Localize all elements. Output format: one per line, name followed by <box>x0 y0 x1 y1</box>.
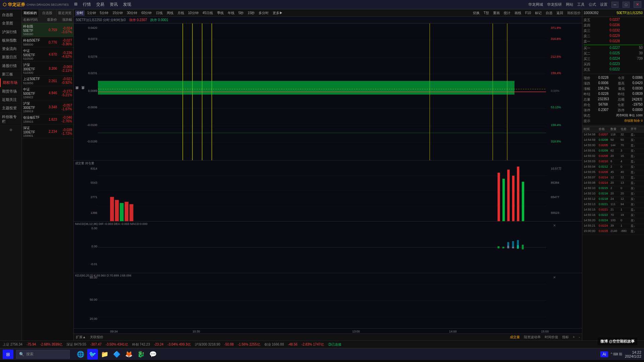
price-chart-svg: 0.0420 0.0373 0.0278 0.0231 0.0089 -0.00… <box>74 23 582 160</box>
tf-year[interactable]: 年线 <box>226 10 236 16</box>
tf-multifs[interactable]: 多分时 <box>257 10 270 16</box>
ind-minus[interactable]: - <box>579 335 580 339</box>
sidebar-item-custom[interactable]: 自选股 <box>0 11 21 19</box>
window-maximize[interactable]: □ <box>623 2 630 8</box>
tool-back[interactable]: 返回 <box>555 10 565 16</box>
tf-day[interactable]: 日线 <box>155 10 164 16</box>
menu-item-discover[interactable]: 发现 <box>123 2 131 7</box>
tool-custom[interactable]: 自选 <box>544 10 554 16</box>
link-hualongresearch[interactable]: 华龙投研 <box>547 2 562 7</box>
sidebar-item-recent[interactable]: 近期关注 <box>0 96 21 104</box>
sidebar-item-star[interactable]: 科创板专栏 <box>0 113 21 126</box>
taskbar-app-bird[interactable]: 🐦 <box>87 349 98 360</box>
tf-30m[interactable]: 30分钟 <box>125 10 139 16</box>
window-minimize[interactable]: ─ <box>611 2 619 8</box>
tf-60m[interactable]: 60分钟 <box>140 10 153 16</box>
list-item[interactable]: 科创50ETF588000 0.776 -0.027-3.36% <box>22 37 73 48</box>
trade-row: 14:55:20 0.0224 100 0 买↑ <box>582 218 644 224</box>
ind-add[interactable]: 指标 <box>562 335 569 340</box>
taskbar-app-folder[interactable]: 📁 <box>99 349 110 360</box>
taskbar-time: 14:22 <box>625 350 641 354</box>
tool-draw[interactable]: 画线 <box>513 10 523 16</box>
tf-45d[interactable]: 45日线 <box>201 10 214 16</box>
list-item[interactable]: 深证100ETF159901 2.234 -0.039-1.72% <box>22 125 73 139</box>
tf-15m[interactable]: 15分钟 <box>111 10 124 16</box>
taskbar-search[interactable]: 🔍 搜索 <box>16 350 70 359</box>
menu-item-market[interactable]: 行情 <box>83 2 91 7</box>
tab-custom-stocks[interactable]: 自选股 <box>39 9 56 17</box>
list-item[interactable]: 中证500ETF159922 4.946 -0.272-5.21% <box>22 86 73 100</box>
sidebar-item-hushen[interactable]: 沪深行情 <box>0 28 21 36</box>
status-sz-pct: -2.68% 3599亿 <box>40 342 62 347</box>
list-item[interactable]: 上证50ETF510050 2.261 -0.021-0.92% <box>22 76 73 86</box>
tool-stats[interactable]: 统计 <box>502 10 512 16</box>
sidebar-item-theme[interactable]: 主题投资 <box>0 104 21 112</box>
ind-plus[interactable]: + <box>573 335 575 339</box>
taskbar-ai[interactable]: Ai <box>600 351 608 357</box>
tf-month[interactable]: 月线 <box>176 10 185 16</box>
tool-f10[interactable]: F10 <box>524 11 532 15</box>
taskbar-app-edge[interactable]: 🔷 <box>111 349 122 360</box>
sidebar-item-hkstock[interactable]: 港股行情 <box>0 62 21 70</box>
tf-5s[interactable]: 5秒 <box>237 10 245 16</box>
sidebar-item-panorama[interactable]: 全景图 <box>0 19 21 27</box>
link-settings[interactable]: 设置 <box>600 2 607 7</box>
tf-fens[interactable]: 分时 <box>75 10 85 16</box>
list-item[interactable]: 创业板ETF159915 1.623 -0.046-2.76% <box>22 114 73 125</box>
trades-header: 时间 价格 数量 仓差 开平 <box>582 126 644 132</box>
link-hualongnews[interactable]: 华龙网城 <box>528 2 543 7</box>
ind-expand[interactable]: 扩展▲ <box>76 335 86 340</box>
window-close[interactable]: ✕ <box>634 1 641 8</box>
list-item[interactable]: 沪深300ETF159919 3.348 -0.057-1.67% <box>22 100 73 114</box>
svg-rect-61 <box>502 247 504 248</box>
sidebar-item-new3[interactable]: 新三板 <box>0 70 21 78</box>
tf-15s[interactable]: 15秒 <box>246 10 256 16</box>
menu-item-news[interactable]: 资讯 <box>110 2 118 7</box>
tf-10m[interactable]: 10分钟 <box>187 10 200 16</box>
svg-text:-0.0195: -0.0195 <box>87 140 97 143</box>
sidebar-add-button[interactable]: ⊕ <box>0 126 21 134</box>
list-item[interactable]: 科创股50ETF588080 0.759 -0.024-3.07% <box>22 23 73 37</box>
detail-hint: 提示 存续期 制余 0 <box>584 118 643 124</box>
tab-recent-stocks[interactable]: 最近浏览 <box>56 9 73 17</box>
link-tools[interactable]: 工具 <box>577 2 585 7</box>
link-website[interactable]: 网站 <box>566 2 573 7</box>
sidebar-item-options[interactable]: 期权市场 <box>0 78 21 87</box>
menu-item-trade[interactable]: 交易 <box>96 2 104 7</box>
list-item[interactable]: 沪深300ETF510300 3.206 -0.069-2.11% <box>22 62 73 76</box>
link-formula[interactable]: 公式 <box>589 2 596 7</box>
tf-week[interactable]: 周线 <box>165 10 175 16</box>
sidebar-item-newstock[interactable]: 新股日历 <box>0 53 21 61</box>
taskbar-app-browser[interactable]: 🌐 <box>75 349 86 360</box>
taskbar-app-huawei[interactable]: 🐉 <box>136 349 146 360</box>
sidebar-item-block[interactable]: 板块指数 <box>0 36 21 45</box>
taskbar-app-wechat[interactable]: 💬 <box>148 349 158 360</box>
status-cy-change: -48.56 <box>288 343 297 346</box>
tf-more[interactable]: 更多▶ <box>271 10 284 16</box>
svg-text:85384: 85384 <box>551 181 559 184</box>
taskbar-app-firefox[interactable]: 🦊 <box>123 349 134 360</box>
ind-vol[interactable]: 成交量 <box>510 335 520 340</box>
tool-switch[interactable]: 切换 <box>472 10 481 16</box>
ind-related[interactable]: 关联报价 <box>90 335 103 340</box>
svg-text:09:34: 09:34 <box>110 330 118 333</box>
tool-redraw[interactable]: 重画 <box>492 10 501 16</box>
trade-row: 14:55:13 0.0221 111 94 买↑ <box>582 202 644 207</box>
menu-item-apps[interactable]: ⊞ <box>74 2 77 7</box>
sidebar-item-futures[interactable]: 期货市场 <box>0 87 21 96</box>
tool-mark[interactable]: 标记 <box>534 10 543 16</box>
list-item[interactable]: 中证500ETF510500 4.870 -0.236-4.62% <box>22 48 73 62</box>
tf-quarter[interactable]: 季线 <box>216 10 225 16</box>
ind-wave[interactable]: 陆资波动率 <box>524 335 541 340</box>
status-sz-change: -75.94 <box>26 343 36 346</box>
start-button[interactable]: ⊞ <box>3 350 13 359</box>
search-icon: 🔍 <box>19 352 24 357</box>
sidebar-item-cashflow[interactable]: 资金流向 <box>0 45 21 53</box>
tool-t[interactable]: T型 <box>482 10 490 16</box>
ind-timeval[interactable]: 时间价值 <box>545 335 558 340</box>
status-shangzheng: 上证 2756.34 <box>3 342 22 347</box>
tab-option-underlying[interactable]: 期权标的 <box>22 9 39 17</box>
tf-1m[interactable]: 1分钟 <box>86 10 97 16</box>
tf-5m[interactable]: 5分钟 <box>99 10 110 16</box>
chart-up-limit: 张停 0.2307 <box>129 18 147 22</box>
